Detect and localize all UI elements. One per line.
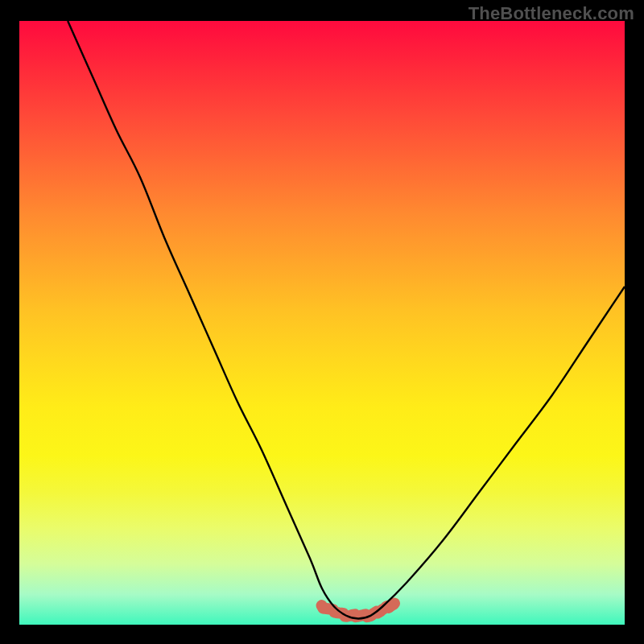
plot-area (19, 21, 625, 625)
chart-svg (19, 21, 625, 625)
chart-stage: TheBottleneck.com (0, 0, 644, 644)
watermark-text: TheBottleneck.com (469, 3, 634, 24)
bottleneck-curve (68, 21, 625, 619)
